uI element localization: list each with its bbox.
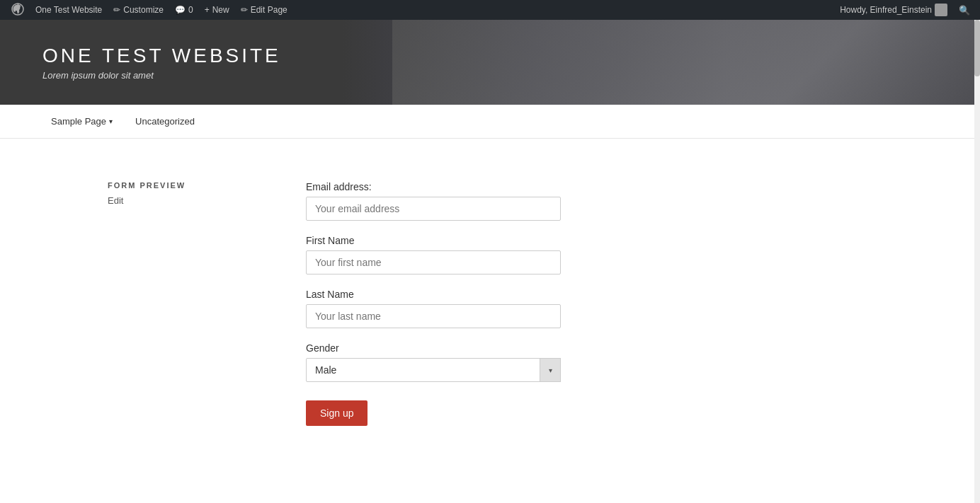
user-avatar	[935, 4, 947, 16]
comments-button[interactable]: 💬 0	[169, 0, 199, 20]
gender-group: Gender Male Female Other ▾	[306, 342, 561, 382]
gender-select-wrapper: Male Female Other ▾	[306, 358, 561, 382]
customize-icon: ✏	[113, 5, 120, 15]
comments-icon: 💬	[175, 5, 186, 15]
edit-page-label: Edit Page	[251, 5, 287, 15]
wp-logo-button[interactable]	[6, 0, 30, 20]
admin-bar: One Test Website ✏ Customize 💬 0 + New ✏…	[0, 0, 980, 20]
first-name-input[interactable]	[306, 250, 561, 274]
nav-item-sample-page[interactable]: Sample Page ▾	[42, 105, 121, 138]
chevron-down-icon: ▾	[109, 117, 113, 125]
site-title: ONE TEST WEBSITE	[42, 45, 980, 67]
edit-page-button[interactable]: ✏ Edit Page	[235, 0, 293, 20]
sign-up-button[interactable]: Sign up	[306, 400, 368, 426]
wp-icon	[11, 3, 24, 18]
edit-page-icon: ✏	[241, 5, 248, 15]
search-icon: 🔍	[959, 5, 970, 16]
left-column: FORM PREVIEW Edit	[108, 181, 249, 426]
user-greeting[interactable]: Howdy, Einfred_Einstein	[836, 0, 952, 20]
nav-label-uncategorized: Uncategorized	[135, 116, 195, 127]
site-name-button[interactable]: One Test Website	[30, 0, 108, 20]
first-name-group: First Name	[306, 235, 561, 274]
site-name-label: One Test Website	[35, 5, 102, 15]
email-group: Email address:	[306, 181, 561, 221]
plus-icon: +	[205, 5, 210, 15]
email-input[interactable]	[306, 197, 561, 221]
form-column: Email address: First Name Last Name Gend…	[306, 181, 561, 426]
email-label: Email address:	[306, 181, 561, 192]
last-name-input[interactable]	[306, 304, 561, 328]
first-name-label: First Name	[306, 235, 561, 246]
last-name-label: Last Name	[306, 289, 561, 300]
edit-link[interactable]: Edit	[108, 195, 123, 206]
howdy-text: Howdy, Einfred_Einstein	[840, 5, 932, 15]
nav-label-sample-page: Sample Page	[51, 116, 106, 127]
scrollbar-track[interactable]	[974, 20, 980, 503]
site-tagline: Lorem ipsum dolor sit amet	[42, 70, 980, 81]
customize-label: Customize	[123, 5, 164, 15]
main-content: FORM PREVIEW Edit Email address: First N…	[65, 139, 915, 468]
search-button[interactable]: 🔍	[955, 0, 974, 20]
admin-bar-right: Howdy, Einfred_Einstein 🔍	[836, 0, 974, 20]
site-navigation: Sample Page ▾ Uncategorized	[0, 105, 980, 139]
last-name-group: Last Name	[306, 289, 561, 328]
new-label: New	[212, 5, 229, 15]
comments-count: 0	[188, 5, 193, 15]
site-header: ONE TEST WEBSITE Lorem ipsum dolor sit a…	[0, 20, 980, 105]
gender-label: Gender	[306, 342, 561, 354]
nav-item-uncategorized[interactable]: Uncategorized	[127, 105, 203, 138]
new-button[interactable]: + New	[199, 0, 235, 20]
form-preview-label: FORM PREVIEW	[108, 181, 249, 190]
page-wrapper: ONE TEST WEBSITE Lorem ipsum dolor sit a…	[0, 20, 980, 503]
customize-button[interactable]: ✏ Customize	[108, 0, 169, 20]
gender-select[interactable]: Male Female Other	[306, 358, 561, 382]
